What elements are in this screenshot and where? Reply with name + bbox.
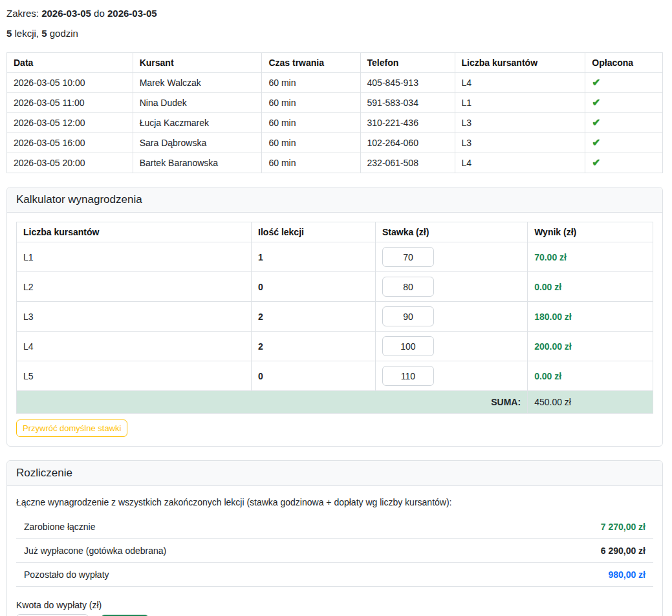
range-date-to: 2026-03-05	[107, 8, 157, 19]
cell-kursant: Marek Walczak	[133, 73, 262, 93]
rate-input-l1[interactable]	[382, 247, 434, 267]
lessons-label: lekcji,	[15, 28, 39, 39]
cell-telefon: 232-061-508	[360, 153, 455, 173]
cell-data: 2026-03-05 20:00	[7, 153, 133, 173]
settlement-intro: Łączne wynagrodzenie z wszystkich zakońc…	[16, 497, 653, 507]
rate-input-l3[interactable]	[382, 306, 434, 326]
row-result: 0.00 zł	[528, 272, 653, 302]
calc-col-wynik: Wynik (zł)	[528, 222, 653, 242]
settle-value-remaining: 980,00 zł	[608, 569, 645, 580]
cell-czas: 60 min	[262, 73, 360, 93]
cell-liczba: L1	[455, 93, 585, 113]
rate-input-l5[interactable]	[382, 366, 434, 386]
cell-oplacona: ✔	[585, 73, 663, 93]
settle-value-paid: 6 290,00 zł	[601, 546, 645, 556]
calculator-row-l5: L5 0 0.00 zł	[17, 361, 653, 391]
lesson-count: 2	[252, 302, 376, 332]
paid-check-icon: ✔	[592, 117, 600, 128]
cell-oplacona: ✔	[585, 93, 663, 113]
list-item: Pozostało do wypłaty 980,00 zł	[16, 563, 653, 587]
level-label: L5	[17, 361, 252, 391]
hours-count: 5	[41, 28, 47, 39]
cell-kursant: Sara Dąbrowska	[133, 133, 262, 153]
cell-kursant: Nina Dudek	[133, 93, 262, 113]
lesson-count: 2	[252, 332, 376, 361]
hours-label: godzin	[50, 28, 78, 39]
reset-rates-button[interactable]: Przywróć domyślne stawki	[16, 420, 127, 437]
calculator-header-row: Liczba kursantów Ilość lekcji Stawka (zł…	[17, 222, 653, 242]
cell-oplacona: ✔	[585, 113, 663, 133]
cell-kursant: Łucja Kaczmarek	[133, 113, 262, 133]
cell-oplacona: ✔	[585, 153, 663, 173]
lessons-table: Data Kursant Czas trwania Telefon Liczba…	[6, 52, 663, 173]
calculator-row-l4: L4 2 200.00 zł	[17, 332, 653, 361]
cell-data: 2026-03-05 12:00	[7, 113, 133, 133]
suma-row: SUMA: 450.00 zł	[17, 391, 653, 414]
cell-telefon: 405-845-913	[360, 73, 455, 93]
col-header-data: Data	[7, 53, 133, 73]
col-header-telefon: Telefon	[360, 53, 455, 73]
paid-check-icon: ✔	[592, 77, 600, 88]
level-label: L2	[17, 272, 252, 302]
cell-kursant: Bartek Baranowska	[133, 153, 262, 173]
cell-liczba: L4	[455, 73, 585, 93]
paid-check-icon: ✔	[592, 157, 600, 168]
calculator-title: Kalkulator wynagrodzenia	[7, 187, 662, 213]
payout-area: Kwota do wypłaty (zł) Wypłać	[16, 600, 653, 616]
date-range-line: Zakres: 2026-03-05 do 2026-03-05	[6, 8, 663, 19]
row-result: 200.00 zł	[528, 332, 653, 361]
rate-input-l2[interactable]	[382, 277, 434, 297]
col-header-liczba: Liczba kursantów	[455, 53, 585, 73]
calculator-row-l2: L2 0 0.00 zł	[17, 272, 653, 302]
calculator-row-l1: L1 1 70.00 zł	[17, 242, 653, 272]
cell-telefon: 591-583-034	[360, 93, 455, 113]
table-row: 2026-03-05 12:00 Łucja Kaczmarek 60 min …	[7, 113, 663, 133]
settle-label-paid: Już wypłacone (gotówka odebrana)	[24, 546, 166, 556]
rate-input-l4[interactable]	[382, 336, 434, 356]
table-row: 2026-03-05 20:00 Bartek Baranowska 60 mi…	[7, 153, 663, 173]
list-item: Zarobione łącznie 7 270,00 zł	[16, 515, 653, 539]
lessons-summary-line: 5 lekcji, 5 godzin	[6, 28, 663, 39]
list-item: Już wypłacone (gotówka odebrana) 6 290,0…	[16, 539, 653, 563]
lesson-count: 0	[252, 272, 376, 302]
col-header-oplacona: Opłacona	[585, 53, 663, 73]
row-result: 180.00 zł	[528, 302, 653, 332]
suma-value: 450.00 zł	[528, 391, 653, 414]
range-label: Zakres:	[6, 8, 39, 19]
lesson-count: 1	[252, 242, 376, 272]
calc-col-ilosc: Ilość lekcji	[252, 222, 376, 242]
row-result: 0.00 zł	[528, 361, 653, 391]
payout-amount-label: Kwota do wypłaty (zł)	[16, 600, 653, 610]
paid-check-icon: ✔	[592, 97, 600, 108]
table-row: 2026-03-05 10:00 Marek Walczak 60 min 40…	[7, 73, 663, 93]
calculator-table: Liczba kursantów Ilość lekcji Stawka (zł…	[16, 222, 653, 414]
cell-telefon: 102-264-060	[360, 133, 455, 153]
cell-czas: 60 min	[262, 153, 360, 173]
calc-col-stawka: Stawka (zł)	[375, 222, 527, 242]
cell-data: 2026-03-05 16:00	[7, 133, 133, 153]
col-header-kursant: Kursant	[133, 53, 262, 73]
settlement-list: Zarobione łącznie 7 270,00 zł Już wypłac…	[16, 515, 653, 587]
salary-calculator-card: Kalkulator wynagrodzenia Liczba kursantó…	[6, 187, 663, 447]
suma-label: SUMA:	[17, 391, 528, 414]
lessons-table-header-row: Data Kursant Czas trwania Telefon Liczba…	[7, 53, 663, 73]
cell-data: 2026-03-05 11:00	[7, 93, 133, 113]
table-row: 2026-03-05 16:00 Sara Dąbrowska 60 min 1…	[7, 133, 663, 153]
cell-liczba: L3	[455, 113, 585, 133]
cell-data: 2026-03-05 10:00	[7, 73, 133, 93]
cell-czas: 60 min	[262, 113, 360, 133]
row-result: 70.00 zł	[528, 242, 653, 272]
cell-liczba: L3	[455, 133, 585, 153]
cell-czas: 60 min	[262, 133, 360, 153]
range-do-label: do	[94, 8, 105, 19]
lesson-count: 0	[252, 361, 376, 391]
calc-col-liczba: Liczba kursantów	[17, 222, 252, 242]
settle-label-earned: Zarobione łącznie	[24, 522, 96, 532]
range-date-from: 2026-03-05	[41, 8, 91, 19]
level-label: L4	[17, 332, 252, 361]
calculator-row-l3: L3 2 180.00 zł	[17, 302, 653, 332]
settlement-card: Rozliczenie Łączne wynagrodzenie z wszys…	[6, 460, 663, 616]
table-row: 2026-03-05 11:00 Nina Dudek 60 min 591-5…	[7, 93, 663, 113]
cell-telefon: 310-221-436	[360, 113, 455, 133]
col-header-czas: Czas trwania	[262, 53, 360, 73]
